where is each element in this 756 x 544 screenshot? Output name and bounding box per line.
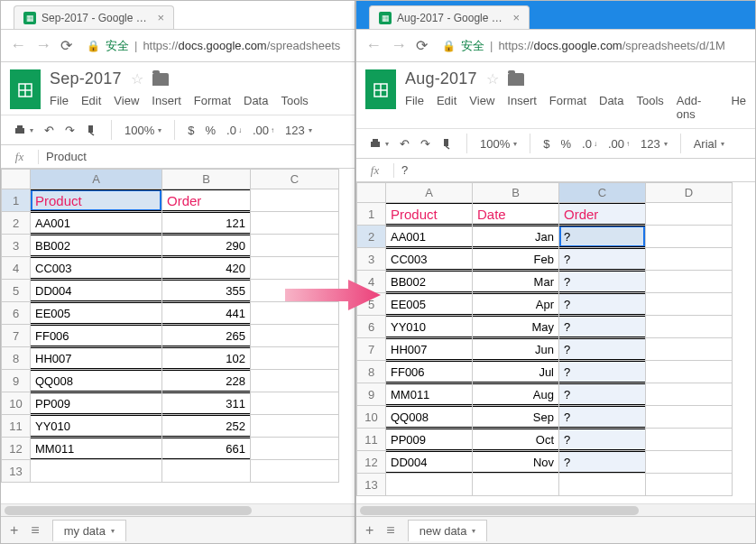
redo-button[interactable]: ↷ (417, 135, 434, 152)
column-header[interactable]: A (31, 170, 162, 189)
menu-file[interactable]: File (50, 94, 69, 107)
browser-tab[interactable]: ▦ Sep-2017 - Google Sheets × (14, 5, 174, 29)
cell[interactable]: FF006 (386, 361, 473, 383)
cell[interactable]: Product (386, 203, 473, 226)
undo-button[interactable]: ↶ (41, 122, 58, 139)
cell[interactable]: 311 (162, 392, 251, 415)
cell[interactable]: QQ008 (386, 406, 473, 429)
all-sheets-button[interactable]: ≡ (386, 522, 394, 539)
cell[interactable]: EE005 (386, 293, 473, 316)
percent-button[interactable]: % (557, 135, 575, 152)
cell[interactable]: 252 (162, 415, 251, 438)
row-header[interactable]: 7 (2, 325, 31, 347)
cell[interactable]: Jan (473, 226, 559, 248)
cell[interactable]: Jul (473, 361, 559, 383)
add-sheet-button[interactable]: + (10, 522, 18, 539)
cell[interactable]: MM011 (31, 438, 162, 460)
sheet-tab[interactable]: new data (408, 520, 488, 541)
cell[interactable]: 121 (162, 212, 251, 235)
row-header[interactable]: 10 (357, 406, 386, 429)
cell[interactable]: ? (559, 293, 646, 316)
cell[interactable]: PP009 (31, 392, 162, 415)
cell[interactable]: 265 (162, 325, 251, 347)
cell[interactable]: FF006 (31, 325, 162, 347)
cell[interactable] (251, 415, 339, 438)
cell[interactable]: QQ008 (31, 370, 162, 392)
cell[interactable]: Order (162, 189, 251, 212)
cell[interactable]: CC003 (386, 248, 473, 271)
column-header[interactable]: A (386, 183, 473, 203)
row-header[interactable]: 7 (357, 338, 386, 361)
cell[interactable] (646, 338, 733, 361)
cell[interactable]: ? (559, 451, 646, 474)
cell[interactable] (251, 280, 339, 302)
cell[interactable]: Apr (473, 293, 559, 316)
cell[interactable] (646, 293, 733, 316)
row-header[interactable]: 9 (2, 370, 31, 392)
menu-insert[interactable]: Insert (152, 94, 181, 107)
menu-tools[interactable]: Tools (636, 94, 663, 121)
cell[interactable]: 420 (162, 257, 251, 280)
cell[interactable]: 661 (162, 438, 251, 460)
row-header[interactable]: 5 (2, 280, 31, 302)
cell[interactable]: ? (559, 271, 646, 293)
row-header[interactable]: 13 (357, 474, 386, 496)
cell[interactable] (251, 212, 339, 235)
document-title[interactable]: Sep-2017 (50, 69, 122, 88)
close-tab-icon[interactable]: × (157, 11, 164, 24)
row-header[interactable]: 9 (357, 383, 386, 406)
column-header[interactable]: B (162, 170, 251, 189)
percent-button[interactable]: % (201, 122, 219, 139)
folder-icon[interactable] (508, 73, 524, 86)
cell[interactable]: 290 (162, 235, 251, 257)
cell[interactable] (473, 474, 559, 496)
sheets-logo-icon[interactable] (365, 69, 396, 109)
column-header[interactable]: B (473, 183, 559, 203)
menu-view[interactable]: View (469, 94, 494, 121)
cell[interactable] (251, 235, 339, 257)
close-tab-icon[interactable]: × (512, 11, 520, 24)
reload-button[interactable]: ⟳ (416, 37, 428, 54)
cell[interactable]: CC003 (31, 257, 162, 280)
cell[interactable]: DD004 (386, 451, 473, 474)
cell[interactable]: May (473, 316, 559, 338)
horizontal-scrollbar[interactable] (1, 503, 355, 516)
cell[interactable]: Date (473, 203, 559, 226)
cell[interactable] (251, 189, 339, 212)
cell[interactable]: ? (559, 316, 646, 338)
number-format-dropdown[interactable]: 123 (637, 135, 671, 152)
menu-data[interactable]: Data (599, 94, 623, 121)
cell[interactable]: ? (559, 248, 646, 271)
print-button[interactable] (10, 122, 37, 138)
cell[interactable]: Jun (473, 338, 559, 361)
menu-view[interactable]: View (114, 94, 139, 107)
star-icon[interactable]: ☆ (486, 70, 499, 88)
cell[interactable]: BB002 (386, 271, 473, 293)
paint-format-button[interactable] (438, 135, 457, 152)
formula-input[interactable]: Product (39, 150, 355, 163)
browser-tab[interactable]: ▦ Aug-2017 - Google Sheets × (369, 5, 530, 29)
increase-decimal-button[interactable]: .00↑ (604, 135, 633, 152)
currency-button[interactable]: $ (539, 135, 553, 152)
cell[interactable]: Aug (473, 383, 559, 406)
cell[interactable]: DD004 (31, 280, 162, 302)
cell[interactable] (251, 438, 339, 460)
increase-decimal-button[interactable]: .00↑ (249, 122, 278, 139)
row-header[interactable]: 13 (2, 460, 31, 483)
select-all-corner[interactable] (357, 183, 386, 203)
print-button[interactable] (365, 135, 392, 152)
row-header[interactable]: 8 (2, 347, 31, 370)
cell[interactable]: ? (559, 361, 646, 383)
menu-insert[interactable]: Insert (507, 94, 537, 121)
cell[interactable]: AA001 (386, 226, 473, 248)
number-format-dropdown[interactable]: 123 (281, 122, 316, 139)
menu-file[interactable]: File (405, 94, 424, 121)
cell[interactable]: Mar (473, 271, 559, 293)
row-header[interactable]: 6 (2, 302, 31, 325)
cell[interactable] (646, 248, 733, 271)
cell[interactable] (31, 460, 162, 483)
cell[interactable]: MM011 (386, 383, 473, 406)
sheets-logo-icon[interactable] (10, 69, 41, 109)
cell[interactable]: 355 (162, 280, 251, 302)
row-header[interactable]: 4 (357, 271, 386, 293)
